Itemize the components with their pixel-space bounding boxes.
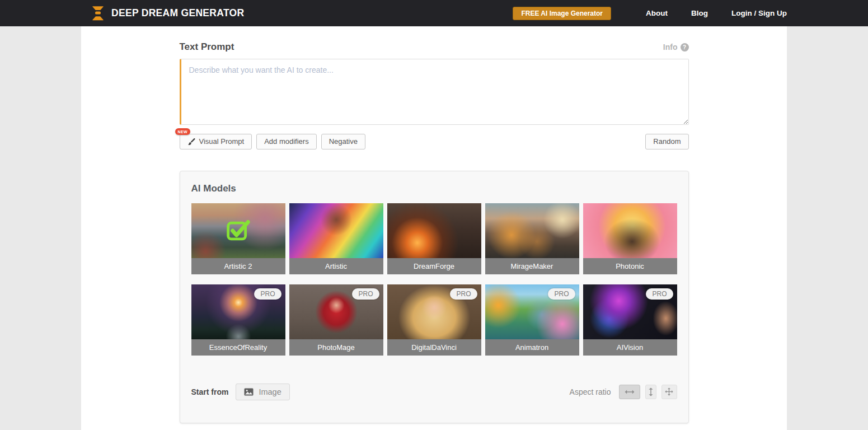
model-name: Artistic <box>289 258 383 274</box>
model-card-dreamforge[interactable]: DreamForge <box>387 203 481 274</box>
info-label: Info <box>663 43 678 52</box>
prompt-header: Text Prompt Info ? <box>180 41 689 53</box>
paintbrush-icon <box>187 138 195 146</box>
negative-button[interactable]: Negative <box>321 134 365 149</box>
model-name: DreamForge <box>387 258 481 274</box>
model-name: PhotoMage <box>289 339 383 356</box>
model-card-miragemaker[interactable]: MirageMaker <box>485 203 579 274</box>
prompt-input[interactable] <box>180 59 689 125</box>
model-thumbnail[interactable]: PRO <box>583 284 677 339</box>
model-row-1: Artistic 2 Artistic DreamForge MirageMak… <box>191 203 677 274</box>
model-thumbnail[interactable]: PRO <box>289 284 383 339</box>
model-name: Artistic 2 <box>191 258 285 274</box>
image-button-label: Image <box>259 387 281 396</box>
model-thumbnail[interactable]: PRO <box>191 284 285 339</box>
selected-check-icon <box>226 219 251 242</box>
model-card-photomage[interactable]: PRO PhotoMage <box>289 284 383 356</box>
deep-dream-logo-icon <box>91 6 105 21</box>
model-thumbnail[interactable]: PRO <box>485 284 579 339</box>
model-name: Animatron <box>485 339 579 356</box>
aspect-ratio-label: Aspect ratio <box>570 387 611 396</box>
model-name: AIVision <box>583 339 677 356</box>
pro-badge: PRO <box>450 288 477 300</box>
ai-models-panel: AI Models Artistic 2 A <box>180 171 689 423</box>
navbar: DEEP DREAM GENERATOR FREE AI Image Gener… <box>0 0 868 26</box>
model-thumbnail[interactable] <box>289 203 383 258</box>
text-prompt-title: Text Prompt <box>180 41 234 53</box>
add-modifiers-button[interactable]: Add modifiers <box>256 134 316 149</box>
free-ai-generator-button[interactable]: FREE AI Image Generator <box>513 7 611 20</box>
nav-link-login-signup[interactable]: Login / Sign Up <box>731 9 787 17</box>
info-help-toggle[interactable]: Info ? <box>663 43 689 52</box>
model-card-essenceofreality[interactable]: PRO EssenceOfReality <box>191 284 285 356</box>
model-thumbnail[interactable] <box>191 203 285 258</box>
start-from-label: Start from <box>191 387 229 396</box>
model-card-artistic-2[interactable]: Artistic 2 <box>191 203 285 274</box>
question-mark-icon: ? <box>681 43 689 52</box>
model-thumbnail[interactable] <box>387 203 481 258</box>
model-thumbnail[interactable] <box>485 203 579 258</box>
aspect-free-button[interactable] <box>661 385 677 399</box>
visual-prompt-button[interactable]: Visual Prompt <box>180 134 252 149</box>
selected-overlay <box>191 203 285 258</box>
model-thumbnail[interactable]: PRO <box>387 284 481 339</box>
new-badge: NEW <box>175 128 191 135</box>
panel-footer: Start from Image Aspect ratio <box>191 384 677 400</box>
pro-badge: PRO <box>548 288 575 300</box>
model-name: DigitalDaVinci <box>387 339 481 356</box>
brand-home-link[interactable]: DEEP DREAM GENERATOR <box>91 6 244 21</box>
visual-prompt-label: Visual Prompt <box>199 137 245 146</box>
page-content: Text Prompt Info ? NEW Visual Prompt Add… <box>81 26 787 430</box>
model-name: EssenceOfReality <box>191 339 285 356</box>
horizontal-arrows-icon <box>625 389 635 395</box>
model-row-2: PRO EssenceOfReality PRO PhotoMage PRO D… <box>191 284 677 356</box>
model-name: MirageMaker <box>485 258 579 274</box>
model-card-aivision[interactable]: PRO AIVision <box>583 284 677 356</box>
random-button[interactable]: Random <box>645 134 688 149</box>
model-name: Photonic <box>583 258 677 274</box>
nav-link-blog[interactable]: Blog <box>691 9 708 17</box>
model-card-artistic[interactable]: Artistic <box>289 203 383 274</box>
brand-title: DEEP DREAM GENERATOR <box>111 7 244 19</box>
aspect-horizontal-button[interactable] <box>619 385 640 399</box>
model-card-photonic[interactable]: Photonic <box>583 203 677 274</box>
pro-badge: PRO <box>254 288 281 300</box>
pro-badge: PRO <box>646 288 673 300</box>
pro-badge: PRO <box>352 288 379 300</box>
start-from-image-button[interactable]: Image <box>236 384 289 400</box>
vertical-arrows-icon <box>648 387 654 396</box>
model-card-digitaldavinci[interactable]: PRO DigitalDaVinci <box>387 284 481 356</box>
image-icon <box>244 388 254 396</box>
model-card-animatron[interactable]: PRO Animatron <box>485 284 579 356</box>
ai-models-title: AI Models <box>191 183 677 194</box>
nav-link-about[interactable]: About <box>646 9 668 17</box>
aspect-vertical-button[interactable] <box>645 385 656 399</box>
model-thumbnail[interactable] <box>583 203 677 258</box>
prompt-actions-row: NEW Visual Prompt Add modifiers Negative… <box>180 134 689 149</box>
move-arrows-icon <box>665 387 673 396</box>
